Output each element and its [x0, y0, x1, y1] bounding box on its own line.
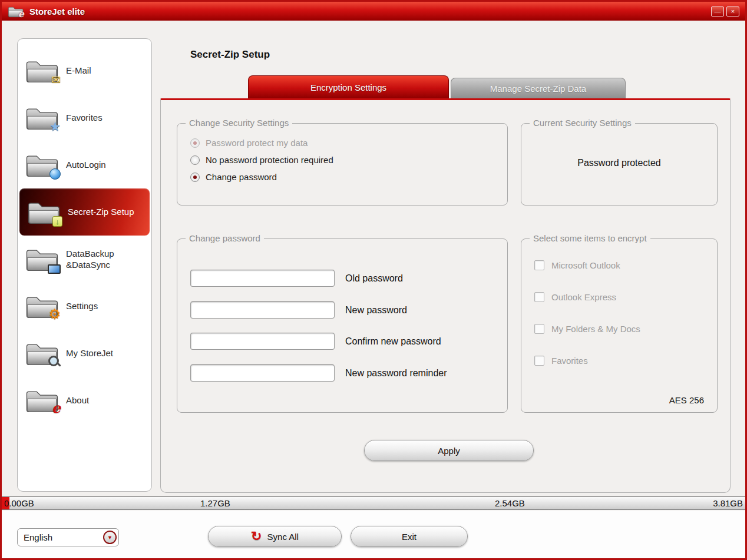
tab-encryption-settings[interactable]: Encryption Settings: [248, 75, 449, 98]
apply-button[interactable]: Apply: [364, 440, 534, 461]
radio-password-protect: Password protect my data: [190, 138, 308, 148]
backup-folder-icon: [25, 246, 59, 272]
radio-label: No password protection required: [206, 155, 333, 165]
magnifier-icon: [48, 356, 61, 368]
radio-button-icon[interactable]: [190, 173, 200, 182]
capacity-label: 3.81GB: [713, 498, 743, 509]
confirm-password-row: Confirm new password: [190, 333, 441, 350]
checkbox-icon: [534, 356, 544, 366]
sidebar-item-settings[interactable]: ⚙ Settings: [18, 283, 151, 330]
globe-icon: [49, 168, 61, 180]
logo-e-glyph: e: [18, 8, 24, 19]
group-title: Select some items to encrypt: [530, 233, 650, 243]
group-title: Change password: [186, 233, 264, 243]
favorites-folder-icon: ★: [25, 105, 59, 131]
confirm-new-password-field[interactable]: [190, 333, 335, 350]
sidebar-item-label: About: [66, 395, 135, 406]
gear-icon: ⚙: [48, 307, 61, 321]
language-value: English: [24, 532, 52, 542]
capacity-bar: 0.00GB 1.27GB 2.54GB 3.81GB: [2, 496, 745, 510]
encrypt-items-group: Select some items to encrypt Microsoft O…: [521, 238, 718, 413]
change-password-group: Change password Old password New passwor…: [177, 238, 508, 413]
field-label: Confirm new password: [345, 336, 441, 347]
old-password-field[interactable]: [190, 270, 335, 287]
about-folder-icon: e: [25, 387, 59, 413]
checkbox-icon: [534, 324, 544, 334]
change-security-settings-group: Change Security Settings Password protec…: [177, 123, 508, 206]
sidebar-item-label: DataBackup &DataSync: [66, 248, 135, 271]
tab-manage-secret-zip-data[interactable]: Manage Secret-Zip Data: [451, 78, 626, 98]
minimize-button[interactable]: —: [711, 6, 724, 16]
old-password-row: Old password: [190, 270, 403, 287]
checkbox-icon: [534, 292, 544, 302]
star-icon: ★: [49, 120, 61, 132]
sidebar-item-databackup-datasync[interactable]: DataBackup &DataSync: [18, 236, 151, 283]
brand-e-icon: e: [52, 401, 61, 415]
page-title: Secret-Zip Setup: [190, 49, 270, 61]
new-password-row: New password: [190, 301, 407, 319]
sidebar-item-label: E-Mail: [66, 65, 135, 77]
footer: English ▼ ↻ Sync All Exit: [2, 511, 745, 558]
sidebar-item-label: Settings: [66, 300, 135, 312]
my-storejet-folder-icon: [25, 340, 59, 366]
sidebar-item-label: My StoreJet: [66, 347, 135, 359]
checkbox-icon: [534, 260, 544, 270]
checkbox-microsoft-outlook: Microsoft Outlook: [534, 260, 620, 270]
sidebar-item-autologin[interactable]: AutoLogin: [18, 141, 151, 188]
new-password-reminder-field[interactable]: [190, 365, 335, 382]
sidebar-item-label: AutoLogin: [66, 159, 135, 171]
chevron-down-icon[interactable]: ▼: [103, 531, 117, 544]
capacity-label: 1.27GB: [200, 498, 230, 509]
checkbox-favorites: Favorites: [534, 356, 588, 366]
language-dropdown[interactable]: English ▼: [17, 528, 119, 546]
envelope-icon: ✉: [51, 74, 61, 85]
security-status-text: Password protected: [521, 158, 717, 168]
window-title: StoreJet elite: [29, 6, 85, 16]
checkbox-label: Favorites: [551, 356, 588, 366]
checkbox-label: My Folders & My Docs: [551, 324, 640, 334]
field-label: Old password: [345, 273, 403, 284]
sync-all-button[interactable]: ↻ Sync All: [208, 526, 342, 547]
field-label: New password reminder: [345, 368, 447, 379]
password-reminder-row: New password reminder: [190, 365, 447, 382]
group-title: Change Security Settings: [186, 118, 292, 128]
autologin-folder-icon: [25, 152, 59, 178]
field-label: New password: [345, 305, 407, 316]
capacity-label: 0.00GB: [4, 498, 34, 509]
sidebar-item-label: Secret-Zip Setup: [68, 206, 137, 218]
app-window: e StoreJet elite — × ✉ E-Mail ★ Favorite…: [0, 0, 747, 560]
checkbox-label: Outlook Express: [551, 292, 616, 302]
settings-folder-icon: ⚙: [25, 293, 59, 319]
encryption-algorithm-label: AES 256: [669, 395, 704, 405]
close-button[interactable]: ×: [726, 6, 739, 16]
new-password-field[interactable]: [190, 301, 335, 319]
email-folder-icon: ✉: [25, 58, 59, 84]
title-bar: e StoreJet elite — ×: [2, 2, 745, 21]
sidebar-item-label: Favorites: [66, 112, 135, 124]
checkbox-label: Microsoft Outlook: [551, 260, 620, 270]
sidebar-item-secret-zip-setup[interactable]: ↓ Secret-Zip Setup: [19, 188, 150, 236]
window-controls: — ×: [711, 6, 739, 16]
checkbox-my-folders-docs: My Folders & My Docs: [534, 324, 640, 334]
current-security-settings-group: Current Security Settings Password prote…: [521, 123, 718, 206]
sidebar-item-about[interactable]: e About: [18, 377, 151, 424]
radio-no-password[interactable]: No password protection required: [190, 155, 333, 165]
capacity-label: 2.54GB: [495, 498, 525, 509]
radio-button-icon[interactable]: [190, 155, 200, 165]
sync-icon: ↻: [251, 530, 262, 543]
checkbox-outlook-express: Outlook Express: [534, 292, 616, 302]
radio-label: Change password: [206, 172, 277, 182]
exit-button[interactable]: Exit: [351, 526, 468, 547]
sidebar: ✉ E-Mail ★ Favorites AutoLogin ↓ Secret-…: [17, 38, 152, 492]
sidebar-item-favorites[interactable]: ★ Favorites: [18, 94, 151, 141]
sidebar-item-my-storejet[interactable]: My StoreJet: [18, 330, 151, 377]
radio-button-icon: [190, 138, 200, 148]
group-title: Current Security Settings: [530, 118, 635, 128]
secret-zip-folder-icon: ↓: [27, 199, 61, 225]
sync-all-label: Sync All: [267, 532, 299, 542]
zip-badge-icon: ↓: [52, 216, 62, 227]
radio-label: Password protect my data: [206, 138, 308, 148]
monitor-icon: [48, 264, 61, 274]
sidebar-item-email[interactable]: ✉ E-Mail: [18, 47, 151, 94]
radio-change-password[interactable]: Change password: [190, 172, 277, 182]
